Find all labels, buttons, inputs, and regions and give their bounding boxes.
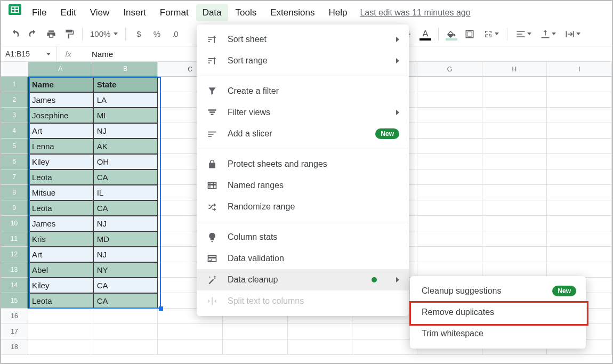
submenu-item-trim-whitespace[interactable]: Trim whitespace [410,323,586,344]
submenu-item-remove-duplicates[interactable]: Remove duplicates [410,302,586,323]
menu-file[interactable]: File [26,4,53,21]
name-box[interactable]: A1:B15 [1,46,57,61]
cell[interactable] [547,185,612,200]
text-color-button[interactable] [417,26,434,43]
menu-item-create-a-filter[interactable]: Create a filter [197,80,409,102]
cell[interactable] [547,247,612,262]
cell[interactable] [417,123,482,139]
undo-button[interactable] [6,26,23,43]
cell[interactable]: MD [93,231,158,247]
row-header[interactable]: 4 [1,123,28,139]
cell[interactable]: CA [93,293,158,309]
cell[interactable] [28,309,93,324]
row-header[interactable]: 9 [1,200,28,216]
cell[interactable] [223,339,288,355]
row-header[interactable]: 12 [1,247,28,262]
cell[interactable]: Art [28,247,93,262]
menu-item-filter-views[interactable]: Filter views [197,102,409,123]
print-button[interactable] [43,26,60,43]
row-header[interactable]: 16 [1,309,28,324]
cell[interactable]: Kris [28,231,93,247]
cell[interactable]: IL [93,185,158,200]
cell[interactable] [547,200,612,216]
menu-format[interactable]: Format [154,4,195,21]
cell[interactable] [352,339,417,355]
row-header[interactable]: 13 [1,262,28,278]
cell[interactable]: Kiley [28,278,93,293]
cell[interactable] [547,169,612,185]
cell[interactable] [417,108,482,123]
cell[interactable] [482,231,547,247]
cell[interactable] [158,339,223,355]
cell[interactable]: CA [93,169,158,185]
cell[interactable] [482,77,547,92]
cell[interactable] [417,262,482,278]
col-header-H[interactable]: H [482,62,547,77]
cell[interactable] [93,309,158,324]
menu-item-data-validation[interactable]: Data validation [197,248,409,269]
col-header-A[interactable]: A [28,62,93,77]
cell[interactable] [482,216,547,231]
cell[interactable] [28,324,93,339]
cell[interactable] [417,231,482,247]
cell[interactable]: Kiley [28,154,93,169]
cell[interactable] [352,324,417,339]
cell[interactable]: Leota [28,293,93,309]
formula-input[interactable]: Name [80,50,113,59]
cell[interactable] [482,123,547,139]
cell[interactable]: OH [93,154,158,169]
format-percent-button[interactable]: % [148,26,165,43]
row-header[interactable]: 1 [1,77,28,92]
cell[interactable]: Art [28,123,93,139]
cell[interactable] [223,324,288,339]
cell[interactable] [417,216,482,231]
text-wrap-button[interactable] [561,26,584,43]
select-all-corner[interactable] [1,62,28,77]
h-align-button[interactable] [512,26,535,43]
menu-item-data-cleanup[interactable]: Data cleanup [197,269,409,290]
menu-item-protect-sheets-and-ranges[interactable]: Protect sheets and ranges [197,153,409,175]
merge-cells-button[interactable] [479,26,503,43]
cell[interactable] [417,247,482,262]
cell[interactable]: Leota [28,200,93,216]
borders-button[interactable] [461,26,478,43]
redo-button[interactable] [25,26,42,43]
cell[interactable] [547,154,612,169]
cell[interactable]: LA [93,92,158,108]
cell[interactable]: James [28,92,93,108]
cell[interactable] [288,339,353,355]
row-header[interactable]: 17 [1,324,28,339]
cell[interactable]: NJ [93,216,158,231]
last-edit-link[interactable]: Last edit was 11 minutes ago [360,8,470,18]
cell[interactable] [482,154,547,169]
row-header[interactable]: 3 [1,108,28,123]
cell[interactable] [28,339,93,355]
v-align-button[interactable] [536,26,560,43]
menu-item-sort-range[interactable]: Sort range [197,50,409,71]
menu-edit[interactable]: Edit [54,4,82,21]
fill-color-button[interactable] [443,26,460,43]
cell[interactable] [482,185,547,200]
cell[interactable]: AK [93,139,158,154]
cell[interactable] [547,231,612,247]
cell[interactable] [547,139,612,154]
cell[interactable] [417,200,482,216]
cell[interactable] [547,216,612,231]
col-header-G[interactable]: G [417,62,482,77]
decrease-decimal-button[interactable]: .0 [166,26,183,43]
menu-tools[interactable]: Tools [229,4,263,21]
row-header[interactable]: 6 [1,154,28,169]
menu-view[interactable]: View [84,4,116,21]
cell[interactable] [417,77,482,92]
menu-item-column-stats[interactable]: Column stats [197,227,409,248]
row-header[interactable]: 8 [1,185,28,200]
menu-insert[interactable]: Insert [117,4,152,21]
cell[interactable]: CA [93,278,158,293]
cell[interactable]: Leota [28,169,93,185]
row-header[interactable]: 7 [1,169,28,185]
cell[interactable] [417,92,482,108]
row-header[interactable]: 15 [1,293,28,309]
cell[interactable]: Josephine [28,108,93,123]
cell[interactable] [482,247,547,262]
format-currency-button[interactable]: $ [130,26,147,43]
